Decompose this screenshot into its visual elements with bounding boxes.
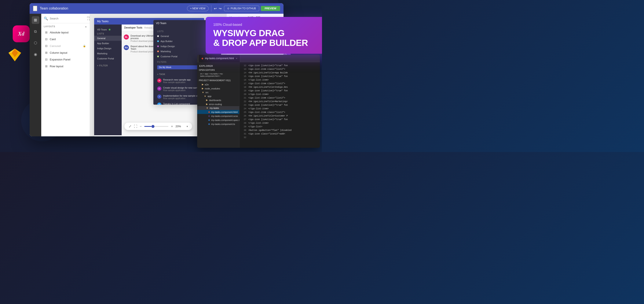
code-content: </igx-list-item> (248, 107, 269, 111)
ts-file-icon: ◆ (208, 123, 210, 125)
code-content: </igx-list-item> (248, 93, 269, 96)
code-line: 13 <igx-list-item class="list2"> (242, 67, 317, 71)
code-line: 19 <igx-icon [isActive]="true" fon (242, 89, 317, 93)
expansion-label: Expansion Panel (50, 58, 70, 61)
component-absolute-layout[interactable]: ⊞ Absolute layout (42, 29, 88, 36)
column-layout-icon: ⊞ (45, 51, 48, 54)
layouts-section-header: LAYOUTS ▲ (41, 23, 90, 29)
code-line: 17 <igx-list-item class="list2"> (242, 82, 317, 85)
code-line: 15 <igx-icon [isActive]="true" fon (242, 75, 317, 78)
nav-icons: ↩ ↪ (214, 6, 222, 10)
zoom-fill (144, 126, 152, 127)
explorer-ts-file[interactable]: ◆ my-tasks.component.ts (197, 122, 239, 126)
code-line: 25 <igx-list-item class="list2"> (242, 111, 317, 114)
explorer-spec-file[interactable]: ◆ my-tasks.component.spec.ts (197, 118, 239, 122)
code-content: <igx-icon [isActive]="true" fon (248, 118, 288, 121)
line-number: 24 (242, 107, 246, 111)
sketch-icon (6, 46, 23, 63)
code-content: <igx-list-item class="list2"> (248, 67, 285, 71)
explorer-error[interactable]: ▶ error-routing (197, 102, 239, 106)
line-number: 20 (242, 93, 246, 96)
vscode-panel: ◆ my-tasks.component.html ✕ EXPLORER OPE… (197, 55, 320, 148)
explorer-scss-file[interactable]: ◆ my-tasks.component.scss (197, 114, 239, 118)
explorer-node-modules[interactable]: ▶ node_modules (197, 86, 239, 90)
src-label: src (206, 91, 208, 94)
redo-icon[interactable]: ↪ (219, 6, 222, 10)
zoom-in-icon[interactable]: + (171, 124, 173, 128)
code-content: <igx-icon [isActive]="true" fon (248, 89, 288, 93)
vd-task-avatar-2: C (157, 86, 162, 91)
zoom-thumb[interactable] (152, 125, 154, 128)
sidebar-grid-icon[interactable]: ⊞ (32, 16, 39, 24)
component-column-layout[interactable]: ⊞ Column layout (42, 49, 88, 56)
vscode-content: EXPLORER OPEN EDITORS src > app > my-tas… (197, 62, 320, 148)
explorer-app[interactable]: ▼ app (197, 94, 239, 98)
explorer-dashboards[interactable]: ▶ dashboards (197, 98, 239, 102)
sidebar-marketing[interactable]: Marketing (94, 51, 122, 56)
zoom-slider[interactable] (144, 126, 168, 127)
task-avatar-1: DL (124, 34, 129, 39)
publish-button[interactable]: ⊙ PUBLISH TO GITHUB (224, 6, 259, 11)
folder-icon-src: ▼ (202, 91, 204, 94)
search-icon: 🔍 (44, 16, 48, 20)
sidebar-db-icon[interactable]: ⬡ (32, 39, 39, 47)
vscode-explorer: EXPLORER OPEN EDITORS src > app > my-tas… (197, 62, 240, 148)
undo-icon[interactable]: ↩ (214, 6, 217, 10)
code-line: 23 <igx-icon [isActive]="true" fon (242, 103, 317, 107)
component-card[interactable]: ⊟ Card (42, 36, 88, 42)
hamburger-button[interactable]: ☰ (33, 6, 37, 11)
code-content: <button igxButton="flat" [disabled (248, 129, 292, 132)
filter-label: + FILTER (94, 63, 122, 68)
error-label: error-routing (209, 103, 222, 105)
expansion-icon: ⊟ (45, 58, 48, 61)
explorer-my-tasks[interactable]: ▼ my-tasks (197, 106, 239, 110)
line-number: 23 (242, 103, 246, 107)
component-row-layout[interactable]: ⊞ Row layout (42, 63, 88, 69)
code-line: 32 (242, 136, 317, 139)
zoom-dropdown-icon[interactable]: ▾ (186, 125, 188, 128)
component-carousel[interactable]: ⊟ Carousel 🔒 (42, 42, 88, 49)
line-number: 27 (242, 118, 246, 121)
sidebar-general[interactable]: General (94, 36, 122, 41)
explorer-html-file[interactable]: ◆ my-tasks.component.html (197, 110, 239, 114)
sidebar-indigo[interactable]: Indigo.Design (94, 46, 122, 51)
line-number: 26 (242, 114, 246, 118)
lists-label: LISTS (94, 32, 122, 36)
vscode-tab-active[interactable]: ◆ my-tasks.component.html ✕ (199, 55, 240, 62)
code-content: <igx-list-item class="list2"> (248, 111, 285, 114)
sidebar-paint-icon[interactable]: ◉ (32, 50, 39, 58)
sidebar-layers-icon[interactable]: ⧉ (32, 28, 39, 35)
search-input[interactable] (50, 17, 85, 20)
code-content: <igx-list-item class="list2"> (248, 82, 285, 85)
collapse-icon: ▲ (85, 25, 87, 28)
new-view-button[interactable]: + NEW VIEW (187, 6, 208, 11)
preview-button[interactable]: PREVIEW (261, 6, 280, 11)
sidebar-app-builder[interactable]: App Builder (94, 41, 122, 46)
line-number: 22 (242, 100, 246, 103)
column-layout-label: Column layout (50, 51, 67, 54)
sidebar-customer[interactable]: Customer Portal (94, 56, 122, 61)
dot-customer (157, 56, 159, 57)
code-content: <igx-icon class="icon13">add< (248, 132, 285, 136)
task-group-title: Developer Tools (124, 26, 142, 29)
component-expansion-panel[interactable]: ⊟ Expansion Panel (42, 56, 88, 63)
code-content: <igx-icon [isActive]="true" fon (248, 103, 288, 107)
folder-icon-app: ▼ (204, 95, 206, 97)
expand-icon[interactable]: ⤢ (129, 124, 132, 128)
code-line: 29</igx-list> (242, 125, 317, 129)
app-title: Team collaboration (40, 6, 184, 10)
fullscreen-icon[interactable]: ⛶ (134, 124, 137, 128)
line-number: 14 (242, 71, 246, 75)
code-content: </igx-list-item> (248, 78, 269, 82)
dot-indigo (157, 45, 159, 47)
html-filename: my-tasks.component.html (211, 111, 238, 113)
explorer-e2e[interactable]: ▶ e2e (197, 82, 239, 86)
tab-close-icon[interactable]: ✕ (236, 57, 237, 60)
explorer-src[interactable]: ▼ src (197, 90, 239, 94)
spec-filename: my-tasks.component.spec.ts (211, 119, 239, 121)
zoom-out-icon[interactable]: − (140, 124, 142, 128)
code-content: <h4 igxListLineTitle>Marketing< (248, 100, 288, 103)
preview-header-title: My Tasks (97, 20, 108, 23)
line-number: 15 (242, 75, 246, 78)
code-line: 16 </igx-list-item> (242, 78, 317, 82)
